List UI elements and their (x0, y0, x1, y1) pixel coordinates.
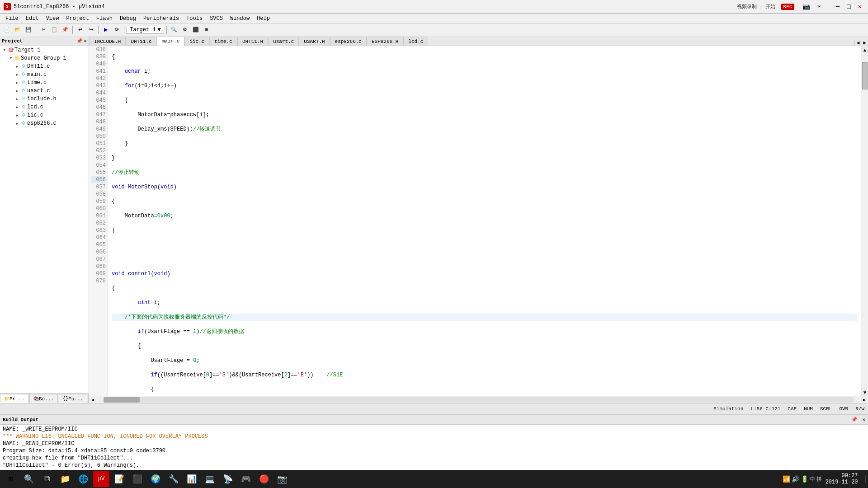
menu-window[interactable]: Window (226, 14, 253, 23)
tray-volume-icon[interactable]: 🔊 (792, 475, 799, 483)
tab-mainc[interactable]: main.c (157, 37, 185, 46)
code-hscroll[interactable]: ◀ ▶ (89, 396, 868, 403)
tab-include-h[interactable]: INCLUDE.H (89, 37, 126, 46)
tree-file-includeh[interactable]: ▶ H include.h (0, 95, 89, 103)
copy-btn[interactable]: 📋 (49, 25, 59, 35)
cut-btn[interactable]: ✂ (38, 25, 48, 35)
file-explorer-btn[interactable]: 📁 (57, 471, 73, 487)
menu-view[interactable]: View (42, 14, 63, 23)
expand-mainc-icon[interactable]: ▶ (14, 72, 20, 77)
tab-scroll-right-btn[interactable]: ▶ (861, 40, 868, 46)
tab-esp8266c[interactable]: esp8266.c (330, 37, 367, 46)
vscroll-track[interactable] (861, 53, 868, 389)
menu-help[interactable]: Help (253, 14, 274, 23)
app3-btn[interactable]: 💻 (202, 471, 218, 487)
tab-lcdc[interactable]: lcd.c (403, 37, 428, 46)
vscroll-thumb[interactable] (862, 62, 868, 89)
close-button[interactable]: ✕ (855, 2, 864, 11)
tab-dht11c[interactable]: DHT11.c (126, 37, 156, 46)
code-content[interactable]: 038 039 040 041 042 043 044 045 046 047 … (89, 46, 861, 396)
tray-battery-icon[interactable]: 🔋 (801, 475, 808, 483)
panel-close-btn[interactable]: ✕ (84, 38, 87, 44)
toolbar[interactable]: 📄 📂 💾 ✂ 📋 📌 ↩ ↪ ▶ ⟳ Target 1 ▼ 🔍 ⚙ ⬛ ⊕ (0, 23, 868, 36)
menu-svcs[interactable]: SVCS (206, 14, 226, 23)
tree-file-usartc[interactable]: ▶ © usart.c (0, 87, 89, 95)
search-btn[interactable]: 🔍 (169, 25, 179, 35)
expand-usartc-icon[interactable]: ▶ (14, 88, 20, 94)
open-btn[interactable]: 📂 (13, 25, 23, 35)
vscroll-down-btn[interactable]: ▼ (861, 389, 868, 396)
tab-iicc[interactable]: iic.c (184, 37, 209, 46)
hscroll-track[interactable] (104, 397, 854, 403)
app6-btn[interactable]: 🔴 (256, 471, 272, 487)
code-text[interactable]: { uchar i; for(i=0;i<4;i++) { MotorData=… (108, 46, 861, 396)
hscroll-thumb[interactable] (104, 397, 140, 403)
browser-btn[interactable]: 🌍 (147, 471, 164, 487)
build-output-pin-btn[interactable]: 📌 (851, 417, 858, 422)
build-btn[interactable]: ▶ (101, 25, 111, 35)
hscroll-left-btn[interactable]: ◀ (89, 397, 96, 403)
taskbar-right[interactable]: 📶 🔊 🔋 中 拼 00:27 2019-11-20 ▕ (783, 473, 865, 485)
camera-icon[interactable]: 📷 (800, 2, 813, 11)
expand-iicc-icon[interactable]: ▶ (14, 113, 20, 118)
menu-bar[interactable]: File Edit View Project Flash Debug Perip… (0, 14, 868, 23)
proj-tab-books[interactable]: 📚 Bo... (29, 394, 58, 403)
terminal-btn[interactable]: ⬛ (129, 471, 146, 487)
build-output-close-btn[interactable]: ✕ (862, 417, 865, 422)
tab-scroll-controls[interactable]: ◀ ▶ (854, 40, 868, 46)
menu-peripherals[interactable]: Peripherals (140, 14, 183, 23)
system-tray[interactable]: 📶 🔊 🔋 中 拼 (783, 475, 822, 483)
target-dropdown-icon[interactable]: ▼ (158, 27, 161, 33)
tray-pinyin-icon[interactable]: 拼 (816, 475, 822, 483)
menu-flash[interactable]: Flash (93, 14, 116, 23)
rec-button[interactable]: REC (781, 4, 795, 10)
tab-bar[interactable]: INCLUDE.H DHT11.c main.c iic.c time.c DH… (89, 36, 868, 46)
tab-dht11h[interactable]: DHT11.H (237, 37, 268, 46)
tray-zh-icon[interactable]: 中 (810, 475, 815, 483)
paste-btn[interactable]: 📌 (60, 25, 70, 35)
title-bar-right[interactable]: 视频录制 · 开始 REC 📷 ✂ ─ □ ✕ (737, 2, 864, 11)
expand-source-group-icon[interactable]: ▼ (8, 56, 14, 61)
search-taskbar-btn[interactable]: 🔍 (21, 471, 37, 487)
tree-file-timec[interactable]: ▶ © time.c (0, 79, 89, 87)
panel-controls[interactable]: 📌 ✕ (76, 38, 87, 44)
show-desktop-btn[interactable]: ▕ (862, 475, 865, 483)
keil-taskbar-btn[interactable]: μV (93, 471, 109, 487)
minimize-button[interactable]: ─ (833, 2, 842, 11)
tree-file-iicc[interactable]: ▶ © iic.c (0, 111, 89, 119)
settings-btn[interactable]: ⚙ (180, 25, 190, 35)
project-tree[interactable]: ▼ 🎯 Target 1 ▼ 📁 Source Group 1 ▶ © DHT1… (0, 46, 89, 393)
undo-btn[interactable]: ↩ (75, 25, 85, 35)
options-btn[interactable]: ⊕ (202, 25, 212, 35)
taskbar-left[interactable]: ⊞ 🔍 ⧉ 📁 🌐 μV 📝 ⬛ 🌍 🔧 📊 💻 📡 🎮 🔴 📷 (3, 471, 290, 487)
app4-btn[interactable]: 📡 (220, 471, 236, 487)
expand-includeh-icon[interactable]: ▶ (14, 96, 20, 102)
menu-tools[interactable]: Tools (183, 14, 206, 23)
tab-timec[interactable]: time.c (209, 37, 237, 46)
taskbar-clock[interactable]: 00:27 2019-11-20 (826, 473, 858, 485)
expand-esp8266c-icon[interactable]: ▶ (14, 121, 20, 126)
tree-source-group[interactable]: ▼ 📁 Source Group 1 (0, 54, 89, 62)
proj-tab-func[interactable]: {} Fu... (59, 394, 87, 403)
save-btn[interactable]: 💾 (24, 25, 33, 35)
panel-pin-btn[interactable]: 📌 (76, 38, 83, 44)
target-selector[interactable]: Target 1 ▼ (127, 26, 164, 34)
task-view-btn[interactable]: ⧉ (39, 471, 55, 487)
app5-btn[interactable]: 🎮 (238, 471, 254, 487)
tab-scroll-left-btn[interactable]: ◀ (855, 40, 862, 46)
app7-btn[interactable]: 📷 (274, 471, 290, 487)
maximize-button[interactable]: □ (844, 2, 853, 11)
tree-file-mainc[interactable]: ▶ © main.c (0, 70, 89, 79)
build-output-controls[interactable]: 📌 ✕ (851, 417, 865, 422)
vscroll-up-btn[interactable]: ▲ (861, 46, 868, 53)
tab-usartc[interactable]: usart.c (268, 37, 299, 46)
tab-esp8266h[interactable]: ESP8266.H (367, 37, 403, 46)
edge-btn[interactable]: 🌐 (75, 471, 91, 487)
proj-tab-project[interactable]: 📁 Pr... (0, 394, 28, 403)
stop-btn[interactable]: ⬛ (191, 25, 201, 35)
tree-file-esp8266c[interactable]: ▶ © esp8266.c (0, 119, 89, 127)
project-tabs-bar[interactable]: 📁 Pr... 📚 Bo... {} Fu... 📋 Te... (0, 393, 89, 403)
start-button[interactable]: ⊞ (3, 471, 19, 487)
tree-file-lcdc[interactable]: ▶ © lcd.c (0, 103, 89, 111)
scissors-icon[interactable]: ✂ (815, 2, 824, 11)
